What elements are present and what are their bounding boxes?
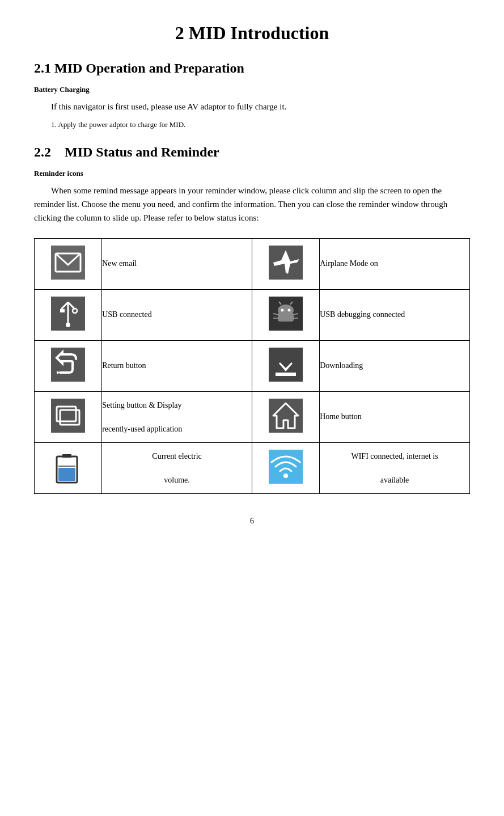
battery-icon-cell	[35, 442, 102, 493]
page-number: 6	[34, 517, 470, 526]
section-2-1-heading: 2.1 MID Operation and Preparation	[34, 61, 470, 76]
icons-table: New email Airplane Mode on USB	[34, 238, 470, 494]
table-row: Current electric volume. WIFI connected,…	[35, 442, 470, 493]
svg-point-35	[283, 473, 288, 478]
svg-rect-32	[58, 468, 75, 481]
svg-point-13	[281, 309, 284, 312]
table-row: Setting button & Display recently-used a…	[35, 391, 470, 442]
svg-rect-12	[278, 312, 294, 322]
email-icon	[51, 246, 85, 280]
settings-label: Setting button & Display recently-used a…	[102, 391, 252, 442]
reminder-icons-para: When some remind message appears in your…	[34, 184, 470, 225]
usb-icon-cell	[35, 289, 102, 340]
return-icon-cell	[35, 340, 102, 391]
airplane-icon	[269, 246, 303, 280]
usb-debug-icon	[269, 297, 303, 331]
svg-rect-22	[269, 348, 303, 382]
settings-icon-cell	[35, 391, 102, 442]
email-icon-cell	[35, 238, 102, 289]
battery-para-1: If this navigator is first used, please …	[34, 100, 470, 113]
svg-rect-34	[269, 450, 303, 484]
svg-rect-21	[51, 348, 85, 382]
usb-debug-label: USB debugging connected	[320, 289, 470, 340]
svg-point-9	[66, 323, 70, 327]
return-label: Return button	[102, 340, 252, 391]
svg-rect-31	[62, 454, 71, 458]
battery-label: Current electric volume.	[102, 442, 252, 493]
usb-icon	[51, 297, 85, 331]
wifi-label: WIFI connected, internet is available	[320, 442, 470, 493]
section-2-2-heading: 2.2 MID Status and Reminder	[34, 145, 470, 160]
reminder-icons-title: Reminder icons	[34, 169, 470, 178]
battery-para-2: 1. Apply the power adptor to charge for …	[34, 119, 470, 131]
table-row: USB connected USB debugging co	[35, 289, 470, 340]
download-icon-cell	[252, 340, 319, 391]
home-icon	[269, 399, 303, 433]
email-label: New email	[102, 238, 252, 289]
battery-icon	[51, 450, 85, 484]
table-row: New email Airplane Mode on	[35, 238, 470, 289]
download-icon	[269, 348, 303, 382]
home-label: Home button	[320, 391, 470, 442]
settings-icon	[51, 399, 85, 433]
section-2-2: 2.2 MID Status and Reminder Reminder ico…	[34, 145, 470, 225]
table-row: Return button Downloading	[35, 340, 470, 391]
home-icon-cell	[252, 391, 319, 442]
svg-rect-24	[276, 373, 296, 376]
svg-point-14	[288, 309, 291, 312]
airplane-icon-cell	[252, 238, 319, 289]
usb-debug-icon-cell	[252, 289, 319, 340]
battery-charging-title: Battery Charging	[34, 85, 470, 94]
wifi-icon	[269, 450, 303, 484]
return-icon	[51, 348, 85, 382]
downloading-label: Downloading	[320, 340, 470, 391]
usb-label: USB connected	[102, 289, 252, 340]
svg-rect-7	[60, 309, 65, 312]
airplane-label: Airplane Mode on	[320, 238, 470, 289]
section-2-1: 2.1 MID Operation and Preparation Batter…	[34, 61, 470, 131]
page-title: 2 MID Introduction	[34, 23, 470, 44]
wifi-icon-cell	[252, 442, 319, 493]
